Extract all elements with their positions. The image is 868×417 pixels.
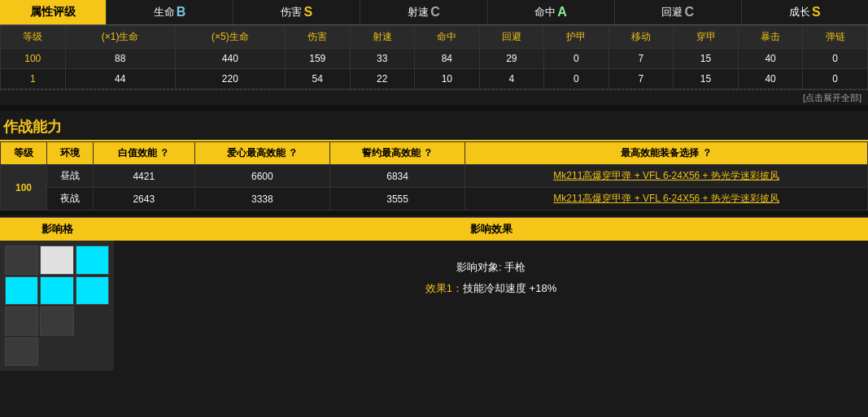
attr-label: 命中 — [534, 5, 556, 20]
combat-col-header: 最高效能装备选择 ？ — [465, 142, 868, 165]
combat-value-cell: 6834 — [329, 165, 465, 188]
table-cell: 4 — [479, 69, 544, 89]
grid-cell-empty — [76, 306, 109, 336]
grid-cell-empty — [40, 337, 73, 367]
stats-col-header: (×1)生命 — [65, 26, 175, 49]
combat-value-cell: 4421 — [93, 165, 194, 188]
table-cell: 0 — [803, 49, 868, 69]
grid-cell-cyan — [40, 276, 73, 306]
rating-letter: C — [430, 5, 440, 20]
attr-header-title: 属性评级 — [0, 0, 106, 24]
table-cell: 0 — [544, 69, 609, 89]
bottom-section: 影响格 影响效果 影响对象: 手枪 效果1：技能冷却速度 +18% — [0, 217, 868, 371]
grid-cell-cyan — [76, 245, 109, 275]
stats-col-header: 穿甲 — [674, 26, 739, 49]
table-cell: 40 — [738, 49, 803, 69]
table-cell: 15 — [674, 49, 739, 69]
table-cell: 40 — [738, 69, 803, 89]
combat-header-row: 等级环境白值效能 ？爱心最高效能 ？誓约最高效能 ？最高效能装备选择 ？ — [1, 142, 868, 165]
stats-col-header: (×5)生命 — [175, 26, 285, 49]
grid-cell-dark — [40, 306, 73, 336]
influence-grid-content — [0, 241, 114, 371]
rating-letter: B — [177, 5, 186, 20]
attr-label: 伤害 — [281, 5, 302, 20]
rating-letter: S — [303, 5, 312, 20]
stats-col-header: 命中 — [415, 26, 480, 49]
stats-table-body: 1008844015933842907154001442205422104071… — [1, 49, 868, 89]
table-cell: 29 — [479, 49, 544, 69]
expand-link[interactable]: [点击展开全部] — [803, 93, 861, 102]
combat-equip-cell[interactable]: Mk211高爆穿甲弹 + VFL 6-24X56 + 热光学迷彩披风 — [465, 188, 868, 211]
combat-level-cell: 100 — [1, 165, 47, 211]
table-cell: 33 — [350, 49, 415, 69]
grid-cell-cyan — [5, 276, 38, 306]
table-cell: 159 — [285, 49, 350, 69]
combat-equip-cell[interactable]: Mk211高爆穿甲弹 + VFL 6-24X56 + 热光学迷彩披风 — [465, 165, 868, 188]
effect-label: 效果1： — [425, 282, 463, 294]
combat-env-cell: 夜战 — [46, 188, 93, 211]
combat-col-header: 白值效能 ？ — [93, 142, 194, 165]
attr-label: 回避 — [661, 5, 683, 20]
expand-row: [点击展开全部] — [0, 89, 868, 106]
attr-label: 成长 — [789, 5, 810, 20]
rating-letter: S — [812, 5, 821, 20]
stats-header-row: 等级(×1)生命(×5)生命伤害射速命中回避护甲移动穿甲暴击弹链 — [1, 26, 868, 49]
combat-value-cell: 2643 — [93, 188, 194, 211]
table-cell: 440 — [175, 49, 285, 69]
combat-col-header: 等级 — [1, 142, 47, 165]
combat-table-body: 100昼战442166006834Mk211高爆穿甲弹 + VFL 6-24X5… — [1, 165, 868, 211]
influence-effect-content: 影响对象: 手枪 效果1：技能冷却速度 +18% — [114, 241, 868, 315]
combat-col-header: 环境 — [46, 142, 93, 165]
stats-col-header: 护甲 — [544, 26, 609, 49]
effect-target: 影响对象: 手枪 — [122, 257, 860, 278]
table-cell: 84 — [415, 49, 480, 69]
stats-col-header: 移动 — [608, 26, 674, 49]
effect-desc: 技能冷却速度 +18% — [463, 282, 556, 294]
stats-col-header: 射速 — [350, 26, 415, 49]
stats-col-header: 伤害 — [285, 26, 350, 49]
grid-cell-empty — [76, 337, 109, 367]
attr-label: 射速 — [408, 5, 429, 20]
combat-col-header: 誓约最高效能 ？ — [329, 142, 465, 165]
attr-header-ratings: 生命B伤害S射速C命中A回避C成长S — [106, 0, 868, 24]
grid-cell-dark — [5, 306, 38, 336]
stats-col-header: 等级 — [1, 26, 66, 49]
stats-col-header: 弹链 — [803, 26, 868, 49]
table-row: 14422054221040715400 — [1, 69, 868, 89]
influence-grid-panel: 影响格 — [0, 218, 114, 371]
combat-env-cell: 昼战 — [46, 165, 93, 188]
combat-value-cell: 6600 — [194, 165, 329, 188]
table-row: 夜战264333383555Mk211高爆穿甲弹 + VFL 6-24X56 +… — [1, 188, 868, 211]
table-cell: 22 — [350, 69, 415, 89]
table-row: 100884401593384290715400 — [1, 49, 868, 69]
table-cell: 7 — [608, 49, 674, 69]
attr-rating-item: 回避C — [614, 0, 741, 24]
attr-label: 生命 — [154, 5, 175, 20]
attr-rating-item: 成长S — [741, 0, 868, 24]
effect-row: 效果1：技能冷却速度 +18% — [122, 278, 860, 299]
table-cell: 1 — [1, 69, 66, 89]
table-cell: 88 — [65, 49, 175, 69]
combat-table-head: 等级环境白值效能 ？爱心最高效能 ？誓约最高效能 ？最高效能装备选择 ？ — [1, 142, 868, 165]
table-cell: 15 — [674, 69, 739, 89]
table-cell: 10 — [415, 69, 480, 89]
attr-rating-item: 伤害S — [233, 0, 360, 24]
attr-rating-item: 射速C — [360, 0, 486, 24]
combat-value-cell: 3555 — [329, 188, 465, 211]
table-cell: 0 — [803, 69, 868, 89]
combat-col-header: 爱心最高效能 ？ — [194, 142, 329, 165]
stats-table: 等级(×1)生命(×5)生命伤害射速命中回避护甲移动穿甲暴击弹链 1008844… — [0, 25, 868, 89]
table-cell: 44 — [65, 69, 175, 89]
attr-rating-item: 命中A — [487, 0, 614, 24]
grid-cell-cyan — [76, 276, 109, 306]
influence-effect-panel: 影响效果 影响对象: 手枪 效果1：技能冷却速度 +18% — [114, 218, 868, 371]
table-cell: 220 — [175, 69, 285, 89]
rating-letter: C — [684, 5, 694, 20]
table-cell: 0 — [544, 49, 609, 69]
combat-table: 等级环境白值效能 ？爱心最高效能 ？誓约最高效能 ？最高效能装备选择 ？ 100… — [0, 141, 868, 211]
influence-effect-title: 影响效果 — [114, 218, 868, 241]
attr-rating-item: 生命B — [106, 0, 233, 24]
attribute-rating-header: 属性评级 生命B伤害S射速C命中A回避C成长S — [0, 0, 868, 25]
stats-col-header: 暴击 — [738, 26, 803, 49]
table-cell: 100 — [1, 49, 66, 69]
